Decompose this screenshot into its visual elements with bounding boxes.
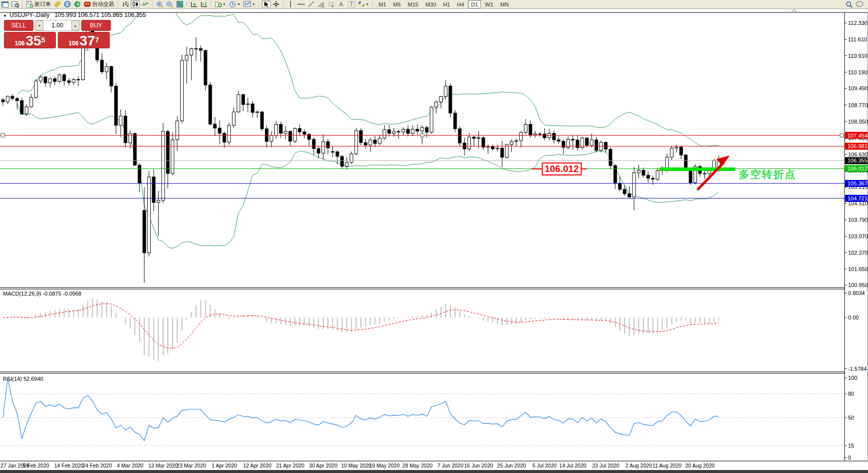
toolbar-separator [373,1,373,7]
templates-button[interactable]: ▼ [242,0,256,8]
fibonacci-tool-button[interactable]: F [327,0,336,8]
sell-button[interactable]: SELL [4,20,33,31]
candle-bear [388,130,391,133]
candlestick-chart-button[interactable] [131,0,140,8]
buy-button[interactable]: BUY [81,20,111,31]
candle-bear [100,60,103,72]
text-tool-button[interactable]: A [337,0,346,8]
price-annotation-box[interactable]: 106.012 [542,162,582,175]
periods-button[interactable]: ▼ [228,0,241,8]
line-handle[interactable] [840,134,844,137]
cursor-button[interactable] [262,0,271,8]
candle-bull [34,81,37,98]
label-tool-button[interactable]: T [347,0,356,8]
zoom-in-button[interactable] [155,0,164,8]
new-chart-button[interactable] [0,0,9,8]
candle-bull [496,148,499,149]
tf-h1-button[interactable]: H1 [440,0,453,8]
bottom-scrollbar[interactable] [0,470,868,473]
support-highlight-bar[interactable] [659,167,735,171]
price-tick-label: 103.790 [848,217,868,223]
line-handle[interactable] [421,134,424,137]
panel-collapse-icon[interactable]: ▲ [3,13,7,17]
price-tick-label: 103.070 [848,233,868,239]
candle-bull [275,125,278,136]
candle-bull [48,79,51,83]
date-label: 24 Feb 2020 [82,463,112,469]
candle-bear [449,86,452,113]
metaeditor-button[interactable] [53,0,62,8]
candle-bull [477,138,480,138]
candle-bull [675,147,678,148]
date-label: 23 Jul 2020 [592,463,619,469]
vline-tool-button[interactable] [286,0,295,8]
tf-mn-button[interactable]: MN [497,0,512,8]
indicators-button[interactable]: ▼ [214,0,227,8]
search-button[interactable] [845,0,854,8]
tf-m30-button[interactable]: M30 [423,0,439,8]
news-button[interactable] [73,0,82,8]
candle-bull [256,112,259,113]
chat-button[interactable] [855,0,865,8]
price-tick-label: 101.650 [848,266,868,272]
bars-chart-button[interactable] [121,0,130,8]
buy-price[interactable]: 106 37 7 [58,32,110,48]
candle-bear [96,47,99,60]
crosshair-button[interactable] [272,0,281,8]
rsi-indicator-label: RSI(14) 52.6940 [3,376,43,382]
line-handle[interactable] [1,134,4,137]
price-tick-label: 102.370 [848,250,868,256]
autoscroll-button[interactable] [190,0,199,8]
volume-down-button[interactable]: ▼ [35,20,43,30]
date-label: 12 Apr 2020 [243,463,271,469]
candle-bull [195,48,198,49]
tf-h4-button[interactable]: H4 [454,0,467,8]
chart-canvas[interactable]: 112.330111.610110.910110.190109.490108.7… [0,0,868,473]
profiles-button[interactable] [10,0,20,8]
hline-tool-button[interactable] [296,0,306,8]
candle-bear [20,101,23,114]
candle-bull [58,75,61,81]
main-toolbar: 新订单 自动交易 ▼ ▼ ▼ E F A T ▼ M1 M5 M15 M30 H… [0,0,868,9]
candle-bear [359,131,362,143]
time-axis[interactable]: 27 Jan 20205 Feb 202014 Feb 202024 Feb 2… [0,463,715,469]
line-chart-button[interactable] [141,0,150,8]
candle-bull [227,125,230,142]
price-tick-label: 106.630 [848,152,868,158]
autotrading-button[interactable]: 自动交易 [83,0,115,8]
price-badge-text: 106.355 [848,158,868,163]
candle-bull [637,170,640,173]
tf-m5-button[interactable]: M5 [390,0,404,8]
chartshift-button[interactable] [200,0,209,8]
candle-bull [105,66,108,72]
tf-d1-button[interactable]: D1 [468,0,481,8]
svg-text:T: T [350,1,353,7]
trendline-tool-button[interactable] [307,0,316,8]
date-label: 19 May 2020 [369,463,400,469]
candle-bull [190,48,193,55]
tile-windows-button[interactable] [175,0,184,8]
candle-bear [11,96,14,99]
date-label: 2 Aug 2020 [626,463,652,469]
date-label: 25 Jun 2020 [497,463,526,469]
candle-bear [279,125,282,134]
shapes-tool-button[interactable]: ▼ [357,0,370,8]
sell-price[interactable]: 106 35 5 [4,32,56,48]
candle-bear [77,79,80,80]
tf-m15-button[interactable]: M15 [405,0,421,8]
tf-w1-button[interactable]: W1 [482,0,496,8]
volume-input[interactable] [44,21,71,29]
volume-up-button[interactable]: ▲ [71,20,79,30]
candle-bull [148,177,151,253]
volume-box: ▼ ▲ [34,20,80,31]
community-button[interactable] [63,0,72,8]
date-label: 28 May 2020 [402,463,433,469]
trend-note-text[interactable]: 多空转折点 [739,167,796,181]
candle-bear [529,125,532,135]
new-order-button[interactable]: 新订单 [25,0,52,8]
date-label: 16 Jun 2020 [464,463,493,469]
tf-m1-button[interactable]: M1 [376,0,389,8]
zoom-out-button[interactable] [165,0,174,8]
channel-tool-button[interactable]: E [317,0,326,8]
candle-bear [571,140,574,140]
